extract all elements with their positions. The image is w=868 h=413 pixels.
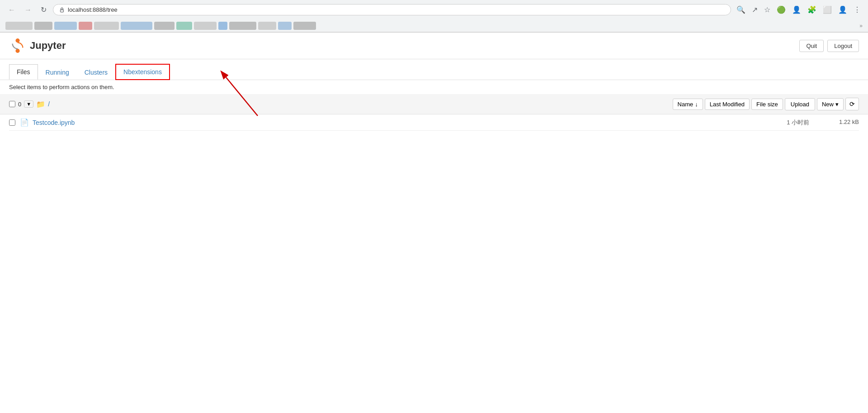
select-all-checkbox[interactable] xyxy=(9,101,15,107)
bookmark-13 xyxy=(278,22,292,30)
menu-button[interactable]: ⋮ xyxy=(852,4,863,16)
select-count: 0 xyxy=(18,101,21,108)
browser-toolbar: ← → ↻ localhost:8888/tree 🔍 ↗ ☆ 🟢 👤 🧩 ⬜ … xyxy=(0,0,868,19)
file-meta: 1 小时前 1.22 kB xyxy=(755,119,859,127)
quit-button[interactable]: Quit xyxy=(799,40,824,52)
zoom-button[interactable]: 🔍 xyxy=(735,4,747,16)
bookmark-4 xyxy=(79,22,92,30)
bookmark-5 xyxy=(94,22,119,30)
bookmark-2 xyxy=(34,22,52,30)
tab-running[interactable]: Running xyxy=(38,65,77,80)
toolbar-left: 0 ▼ 📁 / xyxy=(9,100,50,109)
puzzle-button[interactable]: 🧩 xyxy=(806,4,818,16)
bookmarks-more[interactable]: » xyxy=(859,23,863,29)
upload-button[interactable]: Upload xyxy=(785,98,815,110)
jupyter-tabs: Files Running Clusters Nbextensions xyxy=(0,64,868,80)
jupyter-page: Jupyter Quit Logout Files Running Cluste… xyxy=(0,33,868,413)
bookmark-9 xyxy=(194,22,217,30)
reload-button[interactable]: ↻ xyxy=(38,4,49,16)
share-button[interactable]: ↗ xyxy=(750,4,760,16)
address-bar[interactable]: localhost:8888/tree xyxy=(53,4,731,15)
bookmark-11 xyxy=(229,22,256,30)
table-row: 📄 Testcode.ipynb 1 小时前 1.22 kB xyxy=(9,114,859,131)
file-size-value: 1.22 kB xyxy=(827,119,859,127)
forward-button[interactable]: → xyxy=(22,4,34,16)
file-list-section: 📄 Testcode.ipynb 1 小时前 1.22 kB xyxy=(0,114,868,131)
new-button[interactable]: New ▾ xyxy=(817,98,844,110)
logout-button[interactable]: Logout xyxy=(827,40,859,52)
svg-point-3 xyxy=(15,49,19,53)
refresh-button[interactable]: ⟳ xyxy=(845,98,859,110)
breadcrumb-path: / xyxy=(48,100,50,108)
profile-button[interactable]: 🟢 xyxy=(775,4,788,16)
header-buttons: Quit Logout xyxy=(799,40,859,52)
jupyter-logo: Jupyter xyxy=(9,37,66,54)
bookmark-10 xyxy=(218,22,227,30)
breadcrumb-folder-icon: 📁 xyxy=(36,100,45,109)
window-button[interactable]: ⬜ xyxy=(821,4,834,16)
name-sort-button[interactable]: Name ↓ xyxy=(673,99,703,110)
url-text: localhost:8888/tree xyxy=(68,6,118,13)
bookmark-button[interactable]: ☆ xyxy=(762,4,772,16)
extension-button[interactable]: 👤 xyxy=(790,4,803,16)
bookmark-7 xyxy=(154,22,175,30)
last-modified-button[interactable]: Last Modified xyxy=(705,99,750,110)
bookmark-14 xyxy=(293,22,316,30)
tab-nbextensions[interactable]: Nbextensions xyxy=(115,64,170,80)
lock-icon xyxy=(59,7,65,13)
tabs-container: Files Running Clusters Nbextensions xyxy=(0,64,868,80)
back-button[interactable]: ← xyxy=(5,4,18,16)
bookmark-3 xyxy=(54,22,77,30)
file-checkbox[interactable] xyxy=(9,119,15,126)
jupyter-title: Jupyter xyxy=(30,40,66,52)
bookmark-12 xyxy=(258,22,276,30)
bookmark-8 xyxy=(176,22,192,30)
bookmark-6 xyxy=(121,22,152,30)
tab-files[interactable]: Files xyxy=(9,64,38,80)
info-text: Select items to perform actions on them. xyxy=(9,84,114,90)
tab-clusters[interactable]: Clusters xyxy=(77,65,115,80)
browser-chrome: ← → ↻ localhost:8888/tree 🔍 ↗ ☆ 🟢 👤 🧩 ⬜ … xyxy=(0,0,868,33)
file-name-link[interactable]: Testcode.ipynb xyxy=(33,119,755,126)
info-text-row: Select items to perform actions on them. xyxy=(0,80,868,94)
file-size-button[interactable]: File size xyxy=(751,99,783,110)
browser-actions: 🔍 ↗ ☆ 🟢 👤 🧩 ⬜ 👤 ⋮ xyxy=(735,4,863,16)
select-dropdown-button[interactable]: ▼ xyxy=(24,100,33,108)
toolbar-right: Name ↓ Last Modified File size Upload Ne… xyxy=(673,98,859,110)
svg-point-2 xyxy=(15,38,19,43)
user-avatar[interactable]: 👤 xyxy=(836,4,849,16)
jupyter-header: Jupyter Quit Logout xyxy=(0,33,868,59)
file-last-modified: 1 小时前 xyxy=(755,119,809,127)
bookmark-1 xyxy=(5,22,33,30)
file-toolbar: 0 ▼ 📁 / Name ↓ Last Modified File size U… xyxy=(0,94,868,114)
jupyter-logo-icon xyxy=(9,37,26,54)
bookmarks-bar: » xyxy=(0,19,868,32)
file-icon: 📄 xyxy=(20,118,29,127)
